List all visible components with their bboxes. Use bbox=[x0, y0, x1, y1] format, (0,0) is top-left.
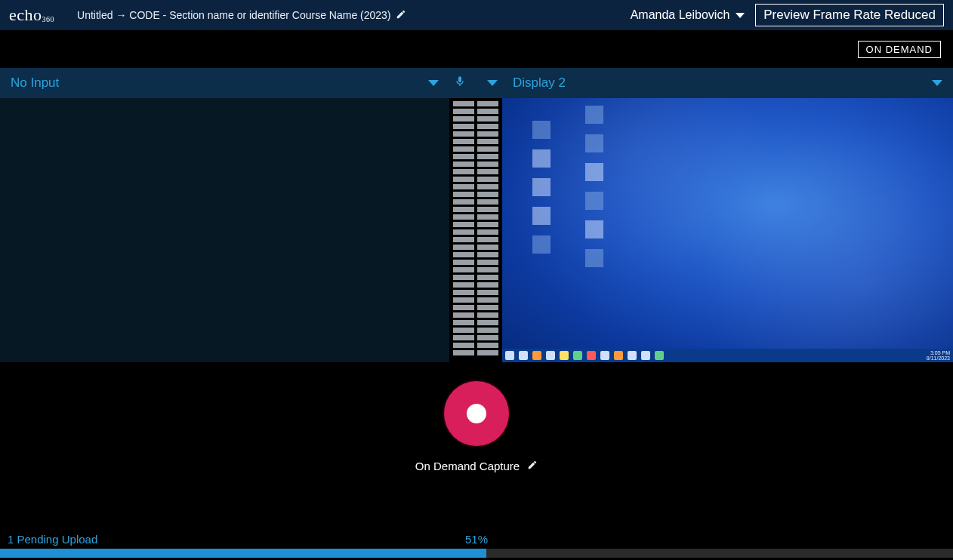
pencil-icon[interactable] bbox=[396, 9, 406, 22]
user-name: Amanda Leibovich bbox=[631, 8, 730, 22]
clock-time: 3:05 PM bbox=[927, 350, 950, 355]
chevron-down-icon[interactable] bbox=[487, 80, 498, 86]
sub-bar: ON DEMAND bbox=[0, 30, 953, 68]
chevron-down-icon[interactable] bbox=[428, 80, 439, 86]
microphone-icon bbox=[454, 75, 466, 91]
upload-percent: 51% bbox=[465, 533, 488, 546]
taskbar-clock: 3:05 PM 8/11/2023 bbox=[927, 350, 950, 361]
on-demand-badge: ON DEMAND bbox=[858, 41, 941, 58]
video-right-label: Display 2 bbox=[513, 75, 566, 91]
display-preview: 3:05 PM 8/11/2023 bbox=[502, 98, 953, 362]
logo-sub: 360 bbox=[42, 15, 55, 23]
upload-progress-bar bbox=[0, 549, 486, 558]
controls-area: On Demand Capture bbox=[0, 362, 953, 491]
audio-panel bbox=[449, 68, 502, 362]
vu-meter bbox=[449, 98, 502, 362]
taskbar: 3:05 PM 8/11/2023 bbox=[502, 349, 953, 362]
capture-label-row: On Demand Capture bbox=[415, 460, 538, 472]
top-bar: echo360 Untitled → CODE - Section name o… bbox=[0, 0, 953, 30]
pencil-icon[interactable] bbox=[527, 460, 538, 472]
chevron-down-icon[interactable] bbox=[932, 80, 942, 86]
video-panel-left: No Input bbox=[0, 68, 449, 362]
desktop-wallpaper: 3:05 PM 8/11/2023 bbox=[502, 98, 953, 362]
framerate-notice: Preview Frame Rate Reduced bbox=[755, 4, 944, 26]
caret-down-icon bbox=[736, 13, 745, 18]
desktop-icons-col bbox=[585, 106, 603, 267]
record-dot-icon bbox=[467, 404, 486, 423]
clock-date: 8/11/2023 bbox=[927, 355, 950, 361]
desktop-icons-col bbox=[532, 121, 551, 254]
logo-text: echo bbox=[9, 5, 42, 24]
upload-progress bbox=[0, 549, 953, 558]
footer: 1 Pending Upload 51% bbox=[0, 528, 953, 560]
video-panel-left-header[interactable]: No Input bbox=[0, 68, 449, 98]
video-panel-right-header[interactable]: Display 2 bbox=[502, 68, 953, 98]
breadcrumb-text: Untitled → CODE - Section name or identi… bbox=[77, 9, 391, 21]
record-button[interactable] bbox=[444, 381, 509, 446]
audio-panel-header[interactable] bbox=[449, 68, 502, 98]
user-menu[interactable]: Amanda Leibovich bbox=[631, 8, 745, 22]
video-left-body bbox=[0, 98, 449, 362]
app-logo: echo360 bbox=[9, 5, 54, 25]
video-left-label: No Input bbox=[11, 75, 59, 91]
breadcrumb[interactable]: Untitled → CODE - Section name or identi… bbox=[77, 9, 406, 22]
capture-label: On Demand Capture bbox=[415, 460, 520, 472]
pending-upload-text[interactable]: 1 Pending Upload bbox=[8, 533, 97, 546]
video-panel-right: Display 2 3:05 PM 8/11/2023 bbox=[502, 68, 953, 362]
preview-panels: No Input Display 2 bbox=[0, 68, 953, 362]
